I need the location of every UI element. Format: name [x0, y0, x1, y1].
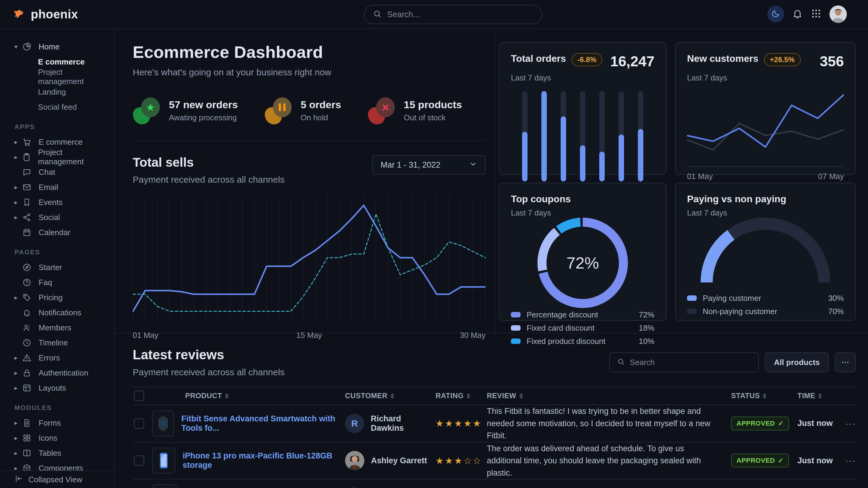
stats-row: ★ 57 new orders Awating processing 5 ord… [133, 97, 486, 141]
legend-value: 10% [639, 337, 654, 346]
sidebar-item-icons[interactable]: ▸ Icons [14, 430, 108, 446]
theme-toggle-button[interactable] [767, 6, 784, 23]
order-bar [599, 91, 605, 182]
caret-right-icon: ▸ [14, 184, 22, 191]
sidebar-item-label: Forms [39, 418, 61, 428]
sidebar-item-email[interactable]: ▸ Email [14, 180, 108, 195]
table-row [133, 480, 856, 488]
order-bar [541, 91, 547, 182]
collapse-view-button[interactable]: Collapsed View [0, 470, 114, 488]
row-menu-button[interactable]: ··· [837, 418, 856, 429]
customer-cell[interactable]: Ashley Garrett [345, 451, 435, 470]
select-all-checkbox[interactable] [134, 391, 144, 401]
col-rating[interactable]: RATING [435, 392, 487, 400]
sidebar-item-home[interactable]: ▾ Home [14, 39, 108, 54]
sidebar-item-components[interactable]: ▸ Components [14, 461, 108, 470]
legend-value: 30% [828, 294, 844, 303]
caret-down-icon: ▾ [14, 43, 22, 50]
user-avatar[interactable] [829, 5, 847, 23]
caret-right-icon: ▸ [14, 384, 22, 392]
legend-swatch [511, 325, 521, 331]
stat-star-icon: ★ [133, 97, 161, 125]
sidebar-subitem-project-management[interactable]: Project management [14, 69, 108, 85]
reviews-search[interactable] [609, 352, 759, 372]
apps-grid-icon [811, 8, 822, 20]
sidebar-item-notifications[interactable]: Notifications [14, 305, 108, 320]
card-title: Total orders [511, 53, 566, 64]
sidebar-item-project-management[interactable]: ▸ Project management [14, 150, 108, 165]
notifications-button[interactable] [792, 8, 803, 20]
card-title: Paying vs non paying [687, 194, 786, 205]
reviews-more-button[interactable]: ··· [835, 352, 856, 372]
col-customer[interactable]: CUSTOMER [345, 392, 435, 400]
row-menu-button[interactable]: ··· [837, 455, 856, 466]
kpi-cards: Total orders -6.8% 16,247 Last 7 days Co… [495, 29, 868, 333]
row-checkbox[interactable] [134, 418, 144, 429]
main-content: Ecommerce Dashboard Here's what's going … [115, 29, 868, 488]
stat-red: × 15 products Out of stock [368, 97, 462, 125]
sidebar-item-errors[interactable]: ▸ Errors [14, 350, 108, 365]
sidebar-item-starter[interactable]: Starter [14, 260, 108, 275]
star-icon: ★ [146, 101, 155, 113]
sidebar-item-forms[interactable]: ▸ Forms [14, 415, 108, 430]
pie-chart-icon [22, 42, 34, 51]
product-link[interactable]: iPhone 13 pro max-Pacific Blue-128GB sto… [183, 451, 345, 470]
col-time[interactable]: TIME [798, 392, 837, 400]
card-value: 16,247 [610, 53, 654, 70]
new-customers-card: New customers +26.5% 356 Last 7 days 01 … [675, 42, 856, 175]
navbar-actions [767, 5, 847, 23]
brand-logo[interactable]: phoenix [12, 7, 78, 22]
stat-caption: On hold [301, 113, 341, 122]
product-link[interactable]: Fitbit Sense Advanced Smartwatch with To… [181, 414, 345, 433]
customer-initial-avatar: R [345, 414, 364, 433]
collapse-view-label: Collapsed View [28, 475, 82, 484]
reviews-search-input[interactable] [630, 358, 751, 367]
legend-label: Fixed product discount [527, 337, 606, 346]
reviews-toolbar: All products ··· [609, 352, 856, 372]
file-text-icon [22, 418, 34, 427]
card-title: Top coupons [511, 194, 570, 205]
customer-cell[interactable]: R Richard Dawkins [345, 414, 435, 433]
row-checkbox[interactable] [134, 455, 144, 466]
col-product[interactable]: PRODUCT [152, 392, 345, 400]
sidebar-subitem-landing[interactable]: Landing [14, 85, 108, 99]
sidebar-item-faq[interactable]: Faq [14, 275, 108, 290]
sidebar: ▾ HomeE commerceProject managementLandin… [0, 29, 115, 488]
caret-right-icon: ▸ [14, 294, 22, 301]
col-review[interactable]: REVIEW [487, 392, 731, 400]
sidebar-item-pricing[interactable]: ▸ Pricing [14, 290, 108, 305]
sidebar-item-events[interactable]: ▸ Events [14, 195, 108, 210]
date-range-select[interactable]: Mar 1 - 31, 2022 [372, 155, 486, 174]
apps-menu-button[interactable] [811, 8, 822, 20]
sidebar-item-calendar[interactable]: Calendar [14, 225, 108, 240]
sidebar-item-label: Chat [39, 168, 55, 177]
sidebar-subitem-social-feed[interactable]: Social feed [14, 99, 108, 115]
table-row: iPhone 13 pro max-Pacific Blue-128GB sto… [133, 443, 856, 480]
reviews-title: Latest reviews [133, 347, 285, 362]
card-period: Last 7 days [687, 73, 844, 83]
global-search[interactable] [364, 5, 542, 24]
sort-icon [391, 393, 394, 398]
moon-icon [771, 9, 780, 19]
sidebar-item-label: Email [39, 183, 58, 192]
sidebar-item-members[interactable]: Members [14, 320, 108, 335]
col-status[interactable]: STATUS [731, 392, 798, 400]
top-coupons-card: Top coupons Last 7 days 72% Percentage d… [499, 183, 666, 321]
sidebar-item-authentication[interactable]: ▸ Authentication [14, 365, 108, 380]
order-bar [619, 91, 624, 182]
sidebar-item-layouts[interactable]: ▸ Layouts [14, 380, 108, 395]
search-input[interactable] [387, 10, 533, 19]
legend-label: Fixed card discount [527, 323, 594, 333]
sidebar-subitem-e-commerce[interactable]: E commerce [14, 54, 108, 69]
sidebar-item-chat[interactable]: Chat [14, 165, 108, 180]
sidebar-item-tables[interactable]: ▸ Tables [14, 446, 108, 461]
check-icon: ✓ [778, 457, 783, 464]
latest-reviews-section: Latest reviews Payment received across a… [115, 333, 868, 488]
all-products-button[interactable]: All products [765, 352, 829, 372]
sidebar-item-social[interactable]: ▸ Social [14, 210, 108, 225]
sidebar-item-timeline[interactable]: Timeline [14, 335, 108, 350]
legend-label: Paying customer [703, 294, 761, 303]
phoenix-flame-icon [12, 7, 26, 22]
sidebar-item-label: Authentication [39, 368, 88, 378]
sidebar-item-e-commerce[interactable]: ▸ E commerce [14, 134, 108, 150]
